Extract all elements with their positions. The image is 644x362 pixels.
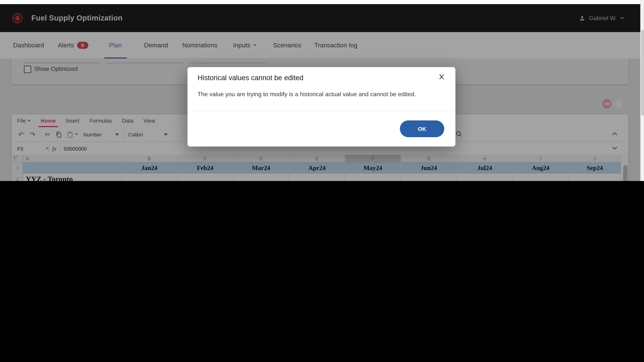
modal-title: Historical values cannot be edited	[198, 74, 303, 82]
browser-top-strip	[0, 0, 644, 4]
page-scrollbar-thumb[interactable]	[641, 30, 644, 116]
ok-button[interactable]: OK	[400, 120, 444, 137]
application-window: Fuel Supply Optimization Gabriel W. Dash…	[0, 0, 644, 181]
modal-footer: OK	[188, 111, 456, 146]
page-scrollbar[interactable]	[640, 0, 644, 181]
modal-message: The value you are trying to modify is a …	[198, 90, 445, 98]
historical-values-modal: Historical values cannot be edited The v…	[188, 67, 456, 146]
close-icon[interactable]	[438, 74, 446, 81]
